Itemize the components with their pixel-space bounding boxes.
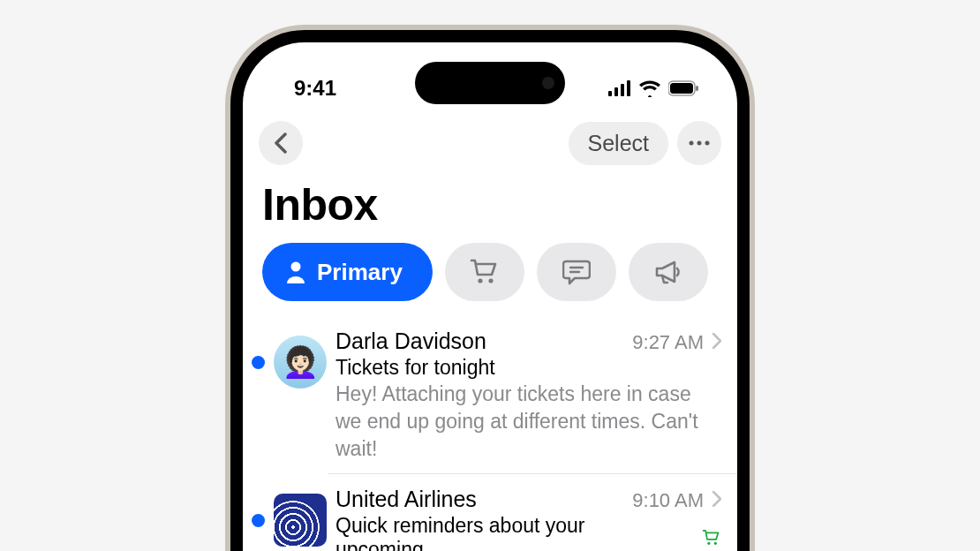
camera-dot bbox=[542, 77, 554, 89]
email-subject: Tickets for tonight bbox=[335, 356, 721, 380]
ellipsis-icon bbox=[689, 140, 710, 146]
svg-point-12 bbox=[488, 278, 493, 283]
avatar: 👩🏻‍🦱 bbox=[274, 336, 327, 389]
cellular-icon bbox=[608, 80, 631, 96]
svg-point-11 bbox=[478, 278, 482, 283]
chevron-left-icon bbox=[274, 132, 288, 154]
svg-rect-6 bbox=[696, 86, 698, 91]
svg-rect-2 bbox=[621, 84, 624, 96]
chevron-right-icon bbox=[711, 333, 721, 349]
avatar bbox=[274, 494, 327, 547]
wifi-icon bbox=[638, 79, 661, 97]
sender-name: United Airlines bbox=[335, 487, 625, 512]
united-logo-icon bbox=[274, 501, 320, 547]
email-row[interactable]: 👩🏻‍🦱 Darla Davidson 9:27 AM Tickets for … bbox=[243, 315, 737, 473]
chevron-right-icon bbox=[711, 491, 721, 507]
svg-point-7 bbox=[690, 141, 694, 146]
svg-rect-5 bbox=[670, 83, 693, 94]
email-time: 9:10 AM bbox=[632, 489, 704, 512]
phone-frame: 9:41 Select bbox=[225, 25, 755, 551]
status-time: 9:41 bbox=[294, 76, 336, 101]
status-right bbox=[608, 79, 700, 97]
email-time: 9:27 AM bbox=[632, 331, 704, 354]
sender-name: Darla Davidson bbox=[335, 328, 625, 354]
phone-bezel: 9:41 Select bbox=[230, 30, 750, 551]
email-subject: Quick reminders about your upcoming... bbox=[335, 514, 721, 551]
tab-promotions[interactable] bbox=[629, 243, 708, 301]
back-button[interactable] bbox=[259, 121, 303, 165]
battery-icon bbox=[668, 80, 700, 96]
svg-rect-0 bbox=[608, 91, 612, 96]
dynamic-island bbox=[415, 62, 565, 104]
email-preview: Hey! Attaching your tickets here in case… bbox=[335, 381, 721, 463]
svg-point-10 bbox=[291, 262, 301, 272]
email-list: 👩🏻‍🦱 Darla Davidson 9:27 AM Tickets for … bbox=[243, 315, 737, 551]
nav-bar: Select bbox=[243, 109, 737, 170]
svg-rect-1 bbox=[614, 87, 618, 96]
svg-point-15 bbox=[707, 542, 710, 545]
person-icon bbox=[285, 260, 306, 283]
shopping-tag-icon bbox=[702, 529, 721, 547]
megaphone-icon bbox=[654, 259, 682, 285]
svg-rect-3 bbox=[627, 80, 630, 96]
tab-primary[interactable]: Primary bbox=[262, 243, 433, 301]
tab-updates[interactable] bbox=[537, 243, 616, 301]
more-button[interactable] bbox=[677, 121, 721, 165]
category-tabs: Primary bbox=[243, 243, 737, 315]
svg-point-9 bbox=[705, 141, 710, 146]
screen: 9:41 Select bbox=[243, 42, 737, 551]
cart-icon bbox=[470, 258, 500, 286]
unread-dot bbox=[252, 356, 265, 369]
email-row[interactable]: United Airlines 9:10 AM Quick reminders … bbox=[328, 473, 737, 551]
page-title: Inbox bbox=[243, 170, 737, 243]
subject-text: Quick reminders about your upcoming... bbox=[335, 514, 695, 551]
select-button[interactable]: Select bbox=[569, 122, 668, 165]
tab-primary-label: Primary bbox=[317, 259, 403, 286]
chat-icon bbox=[562, 259, 591, 285]
svg-point-8 bbox=[697, 141, 702, 146]
unread-dot bbox=[252, 514, 265, 527]
tab-transactions[interactable] bbox=[445, 243, 524, 301]
svg-point-16 bbox=[714, 542, 717, 545]
